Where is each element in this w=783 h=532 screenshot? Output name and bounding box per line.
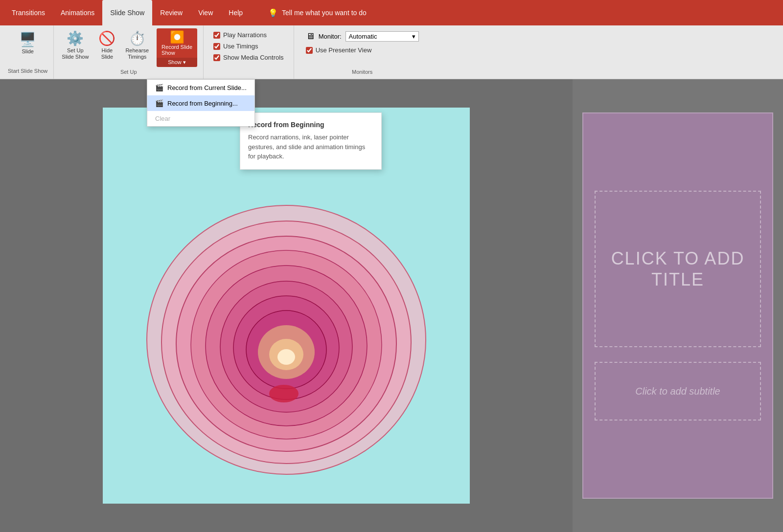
dropdown-item-beginning[interactable]: 🎬 Record from Beginning... — [147, 95, 254, 111]
dropdown-item-clear: Clear — [147, 111, 254, 126]
tooltip-title: Record from Beginning — [248, 121, 373, 129]
slide-btn-row: 🖥️ Slide — [15, 28, 40, 68]
tooltip: Record from Beginning Record narrations,… — [240, 112, 382, 170]
setup-btn-label: Set UpSlide Show — [62, 47, 89, 60]
tab-view[interactable]: View — [190, 0, 221, 25]
play-narrations-label: Play Narrations — [223, 31, 267, 39]
record-btn-top: ⏺️ Record SlideShow — [157, 28, 197, 58]
monitor-container: 🖥 Monitor: Automatic ▾ Use Presenter Vie… — [298, 27, 427, 58]
monitors-group-label: Monitors — [352, 69, 372, 77]
tell-me-text: Tell me what you want to do — [282, 9, 367, 17]
tell-me-bar[interactable]: 💡 Tell me what you want to do — [260, 0, 374, 25]
hide-slide-button[interactable]: 🚫 HideSlide — [94, 27, 119, 63]
onion-image — [139, 188, 433, 482]
tab-help[interactable]: Help — [221, 0, 251, 25]
show-media-label: Show Media Controls — [223, 54, 284, 61]
record-slideshow-button[interactable]: ⏺️ Record SlideShow Show ▾ — [155, 27, 199, 68]
monitor-dropdown-arrow: ▾ — [412, 33, 415, 40]
bulb-icon: 💡 — [268, 8, 278, 18]
svg-point-10 — [277, 349, 295, 365]
ribbon-body: 🖥️ Slide Start Slide Show ⚙️ Set UpSlide… — [0, 25, 783, 79]
presenter-view-label: Use Presenter View — [316, 46, 372, 54]
slide-title-placeholder: CLICK TO ADD TITLE — [596, 248, 760, 290]
dropdown-item-beginning-label: Record from Beginning... — [167, 100, 238, 107]
ribbon-group-monitors: 🖥 Monitor: Automatic ▾ Use Presenter Vie… — [294, 25, 431, 79]
tab-animations[interactable]: Animations — [53, 0, 102, 25]
thumbnail-subtitle-box[interactable]: Click to add subtitle — [595, 362, 761, 421]
ribbon-group-setup: ⚙️ Set UpSlide Show 🚫 HideSlide ⏱️ Rehea… — [54, 25, 204, 79]
setup-group-label: Set Up — [120, 69, 137, 77]
main-area: CLICK TO ADD TITLE Click to add subtitle — [0, 79, 783, 532]
show-media-controls-check[interactable]: Show Media Controls — [213, 54, 284, 61]
ribbon-tabs: Transitions Animations Slide Show Review… — [0, 0, 783, 25]
rehearse-button[interactable]: ⏱️ RehearseTimings — [121, 27, 153, 63]
setup-btn-row: ⚙️ Set UpSlide Show 🚫 HideSlide ⏱️ Rehea… — [58, 27, 199, 69]
rehearse-icon: ⏱️ — [129, 30, 146, 46]
setup-icon: ⚙️ — [67, 30, 84, 46]
play-narrations-checkbox[interactable] — [213, 32, 220, 39]
dropdown-item-current[interactable]: 🎬 Record from Current Slide... — [147, 80, 254, 95]
svg-point-19 — [269, 385, 299, 402]
rehearse-btn-label: RehearseTimings — [125, 47, 149, 60]
hide-icon: 🚫 — [98, 30, 115, 46]
slide-subtitle-placeholder: Click to add subtitle — [635, 386, 720, 397]
presenter-view-check[interactable]: Use Presenter View — [306, 46, 419, 54]
record-current-icon: 🎬 — [155, 84, 163, 91]
tooltip-body: Record narrations, ink, laser pointer ge… — [248, 133, 373, 161]
right-panel: CLICK TO ADD TITLE Click to add subtitle — [573, 79, 783, 532]
slide-button[interactable]: 🖥️ Slide — [15, 28, 40, 58]
use-timings-checkbox[interactable] — [213, 43, 220, 50]
monitor-value: Automatic — [349, 33, 377, 40]
record-beginning-icon: 🎬 — [155, 99, 163, 107]
hide-btn-label: HideSlide — [101, 47, 113, 60]
start-group-label: Start Slide Show — [8, 68, 47, 76]
setup-slideshow-button[interactable]: ⚙️ Set UpSlide Show — [58, 27, 92, 63]
dropdown-item-current-label: Record from Current Slide... — [167, 84, 247, 91]
use-timings-check[interactable]: Use Timings — [213, 43, 284, 50]
record-icon: ⏺️ — [170, 30, 184, 44]
show-media-checkbox[interactable] — [213, 54, 220, 61]
tab-transitions[interactable]: Transitions — [4, 0, 53, 25]
ribbon-group-slide: 🖥️ Slide Start Slide Show — [2, 25, 54, 79]
presenter-view-checkbox[interactable] — [306, 47, 313, 54]
tab-review[interactable]: Review — [152, 0, 190, 25]
record-dropdown-label: Show ▾ — [168, 59, 186, 66]
use-timings-label: Use Timings — [223, 43, 258, 50]
record-label: Record SlideShow — [161, 44, 192, 56]
record-dropdown-menu: 🎬 Record from Current Slide... 🎬 Record … — [147, 79, 255, 127]
monitor-dropdown[interactable]: Automatic ▾ — [345, 31, 419, 42]
tab-slideshow[interactable]: Slide Show — [102, 0, 152, 25]
checks-container: Play Narrations Use Timings Show Media C… — [207, 27, 290, 65]
slide-thumbnail[interactable]: CLICK TO ADD TITLE Click to add subtitle — [582, 112, 773, 499]
monitor-screen-icon: 🖥 — [306, 31, 315, 42]
ribbon-group-checks: Play Narrations Use Timings Show Media C… — [204, 25, 294, 79]
monitor-label-text: Monitor: — [319, 33, 342, 40]
record-btn-dropdown[interactable]: Show ▾ — [157, 58, 197, 67]
slide-btn-label: Slide — [22, 48, 33, 55]
play-narrations-check[interactable]: Play Narrations — [213, 31, 284, 39]
thumbnail-title-box[interactable]: CLICK TO ADD TITLE — [595, 191, 761, 347]
dropdown-item-clear-label: Clear — [155, 115, 170, 122]
slide-icon: 🖥️ — [19, 31, 36, 47]
monitor-select-row: 🖥 Monitor: Automatic ▾ — [306, 31, 419, 42]
